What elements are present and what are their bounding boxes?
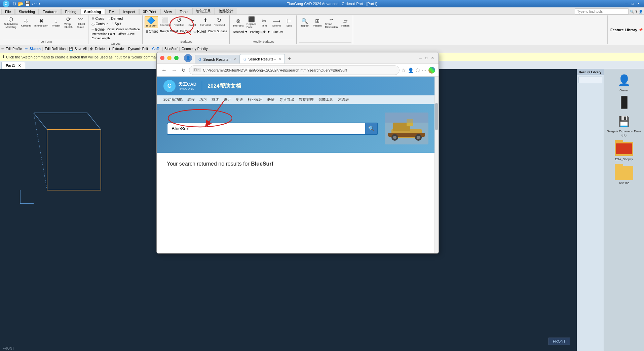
tab-tools[interactable]: Tools — [176, 9, 192, 14]
ruled-btn[interactable]: ▭Ruled — [192, 29, 207, 34]
intersection-btn[interactable]: ✖ Intersection — [33, 16, 49, 29]
nav-smart-tools[interactable]: 智能工具 — [318, 97, 333, 102]
qa-undo[interactable]: ↩ — [31, 1, 35, 6]
geometry-priority-btn[interactable]: Geometry Priority — [181, 47, 209, 51]
close-btn[interactable]: ✕ — [636, 1, 641, 6]
nav-new-features[interactable]: 2024新功能 — [163, 97, 183, 102]
extend-btn[interactable]: ⟶ Extend — [270, 16, 282, 29]
nav-import-export[interactable]: 导入导出 — [279, 97, 294, 102]
tab-smart-tools[interactable]: 智能工具 — [192, 8, 215, 14]
forward-btn[interactable]: → — [170, 67, 178, 74]
offset-curve-btn[interactable]: Offset Curve — [117, 32, 136, 36]
bounded-btn[interactable]: ⬜ Bounded — [158, 16, 172, 28]
wrap-sketch-btn[interactable]: ⟳ WrapSketch — [62, 16, 74, 29]
browser-profile-icon[interactable]: 👤 — [184, 54, 192, 62]
profile-btn[interactable]: 👤 — [408, 68, 414, 73]
extensions-btn[interactable]: ⬡ — [416, 68, 420, 73]
bookmark-icon[interactable]: ☆ — [402, 68, 406, 73]
bluesurf-btn[interactable]: 🔷 BlueSurf — [145, 16, 158, 28]
part1-tab-close[interactable]: ✕ — [18, 64, 21, 68]
tab-inspect[interactable]: Inspect — [119, 9, 139, 14]
offset-surface-btn[interactable]: Offset Curve on Surface — [106, 27, 141, 32]
nav-manufacturing[interactable]: 制造 — [236, 97, 243, 102]
desktop-icon-textinc[interactable]: Text Inc — [612, 163, 636, 185]
vivaldi-icon[interactable] — [428, 67, 435, 74]
tab-sketching[interactable]: Sketching — [15, 9, 39, 14]
edit-definition-btn[interactable]: Edit Definition — [44, 47, 67, 51]
goto-btn[interactable]: GoTo — [151, 47, 161, 51]
intersect-btn[interactable]: ⊗ Intersect — [232, 16, 245, 29]
nav-validation[interactable]: 验证 — [267, 97, 275, 102]
copy-btn[interactable]: ⧉Copy — [179, 29, 192, 34]
parting-split-btn[interactable]: Parting Split ▼ — [249, 30, 271, 34]
contour-btn[interactable]: ◌Contour — [90, 21, 109, 27]
help-icon[interactable]: ? — [635, 10, 637, 13]
trim-btn[interactable]: ✂ Trim — [258, 16, 270, 29]
desktop-icon-seagate[interactable]: 💾 Seagate Expansion Drive (D:) — [605, 113, 643, 137]
browser-win-restore[interactable]: □ — [424, 55, 429, 61]
browser-tab-1[interactable]: G Search Results - ✕ — [195, 55, 240, 63]
tab-3dprint[interactable]: 3D Print — [139, 9, 160, 14]
browser-tab1-close[interactable]: ✕ — [233, 57, 236, 61]
new-tab-btn[interactable]: + — [285, 54, 294, 63]
smart-dimension-btn[interactable]: ↔ SmartDimension — [324, 16, 339, 29]
desktop-icon-esa[interactable]: ESA_Shopify — [612, 139, 636, 161]
browser-tab2-close[interactable]: ✕ — [278, 57, 281, 61]
qa-open[interactable]: 📂 — [18, 1, 24, 6]
tab-editing[interactable]: Editing — [61, 9, 80, 14]
nav-glossary[interactable]: 术语表 — [338, 97, 349, 102]
curve-length-btn[interactable]: Curve Length — [90, 36, 141, 40]
restore-btn[interactable]: □ — [630, 1, 635, 6]
tab-file[interactable]: File — [1, 9, 15, 14]
stitched-btn[interactable]: Stitched ▼ — [232, 30, 249, 34]
isoline-btn[interactable]: ═Isoline — [90, 27, 106, 32]
subdivision-modeling-btn[interactable]: ⬡ SubdivisionModeling — [3, 16, 19, 29]
inspect-btn[interactable]: 🔍 Inspect — [299, 16, 311, 29]
rough-offset-btn[interactable]: Rough Offset — [159, 29, 179, 34]
feature-library-pin[interactable]: 📌 — [639, 28, 643, 32]
browser-minimize-btn[interactable] — [167, 56, 172, 60]
redefine-btn[interactable]: ↺ Redefine — [172, 16, 186, 28]
tab-features[interactable]: Features — [39, 9, 61, 14]
find-tools-input[interactable] — [575, 8, 629, 14]
planes-btn[interactable]: ▱ Planes — [339, 16, 351, 29]
browser-win-close[interactable]: ✕ — [430, 55, 435, 61]
qa-save[interactable]: 💾 — [25, 1, 30, 6]
derived-btn[interactable]: →Derived — [106, 16, 124, 21]
help-search-btn[interactable]: 🔍 — [365, 123, 378, 135]
help-search-input[interactable] — [167, 123, 365, 135]
save-all-btn[interactable]: Save All — [74, 47, 88, 51]
extruded-btn[interactable]: ⬆ Extruded — [198, 16, 212, 28]
delete-btn[interactable]: Delete — [94, 47, 106, 51]
blank-surface-btn[interactable]: Blank Surface — [207, 29, 228, 34]
qa-new[interactable]: 🗋 — [12, 1, 17, 6]
nav-tutorials[interactable]: 教程 — [187, 97, 195, 102]
swept-btn[interactable]: 〜 Swept — [186, 16, 198, 28]
bluedot-btn[interactable]: BlueDot — [271, 30, 284, 34]
part1-tab[interactable]: Part1 ✕ — [1, 62, 25, 69]
intersection-pt-btn[interactable]: Intersection Point — [90, 32, 116, 36]
split-btn[interactable]: ⋮Split — [109, 21, 122, 27]
replace-face-btn[interactable]: ⬛ ReplaceFace — [245, 16, 258, 29]
browser-tab-2[interactable]: G Search Results - ✕ — [240, 54, 285, 63]
browser-scrollbar-thumb[interactable] — [435, 103, 438, 130]
project-btn[interactable]: ↓ Project — [50, 16, 62, 29]
nav-data-mgmt[interactable]: 数据管理 — [299, 97, 314, 102]
desktop-icon-device[interactable] — [614, 94, 634, 111]
tab-view[interactable]: View — [160, 9, 176, 14]
back-btn[interactable]: ← — [160, 67, 168, 74]
nav-design[interactable]: 设计 — [224, 97, 231, 102]
cross-btn[interactable]: ✕Cross — [90, 16, 105, 21]
sketch-btn[interactable]: Sketch — [29, 47, 42, 51]
desktop-icon-owner[interactable]: 👤 Owner — [614, 72, 634, 92]
offset-btn[interactable]: ⊟Offset — [145, 29, 159, 34]
extrude-btn[interactable]: Extrude — [111, 47, 125, 51]
browser-win-minimize[interactable]: — — [418, 55, 423, 61]
qa-redo[interactable]: ↪ — [36, 1, 40, 6]
split-surface-btn[interactable]: ⊢ Split — [283, 16, 295, 29]
tab-pipe-design[interactable]: 管路设计 — [215, 8, 237, 14]
browser-maximize-btn[interactable] — [174, 56, 179, 60]
browser-scrollbar-track[interactable] — [434, 77, 439, 253]
refresh-btn[interactable]: ↻ — [180, 67, 187, 74]
tab-surfacing[interactable]: Surfacing — [80, 9, 105, 14]
